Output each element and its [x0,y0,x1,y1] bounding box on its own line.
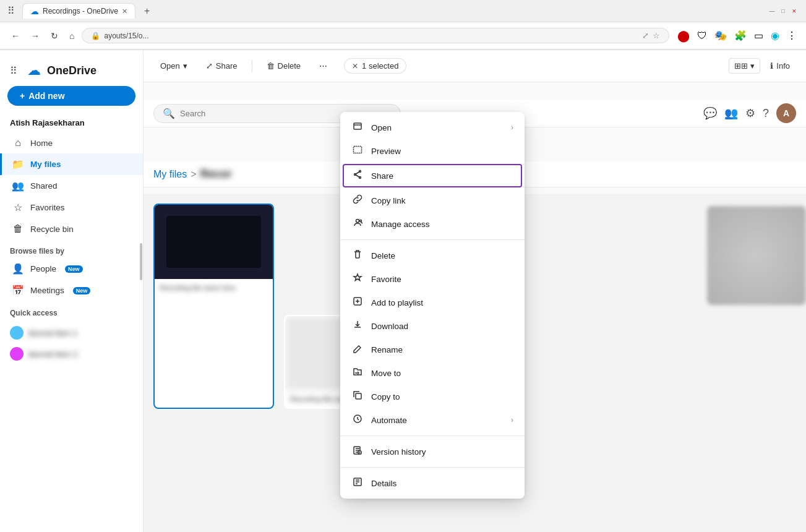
preview-menu-label: Preview [371,147,401,156]
manage-access-menu-label: Manage access [371,220,430,229]
browser-chrome: ⠿ ☁ Recordings - OneDrive ✕ + — □ ✕ ← → … [0,0,806,50]
new-tab-button[interactable]: + [140,4,153,18]
preview-icon [351,145,364,157]
title-bar-left: ⠿ ☁ Recordings - OneDrive ✕ + [7,3,153,19]
context-menu-item-version-history[interactable]: Version history [340,440,525,463]
lock-icon: 🔒 [91,32,100,40]
move-to-menu-label: Move to [371,369,401,378]
automate-menu-label: Automate [371,416,407,425]
window-maximize-button[interactable]: □ [779,7,787,15]
move-to-icon [351,367,364,379]
version-history-icon [351,445,364,458]
context-menu-item-share[interactable]: Share [343,164,522,187]
opera-icon[interactable]: ⬤ [675,27,692,45]
context-menu-item-automate[interactable]: Automate › [340,408,525,432]
version-history-menu-label: Version history [371,447,426,457]
context-menu-item-delete[interactable]: Delete [340,244,525,267]
automate-arrow-icon: › [511,416,513,424]
favorite-menu-label: Favorite [371,275,401,284]
puzzle-icon[interactable]: 🧩 [732,28,748,43]
nav-back-button[interactable]: ← [7,28,24,43]
tab-close-button[interactable]: ✕ [122,7,127,15]
download-icon [351,320,364,332]
context-menu-divider-3 [340,467,525,468]
favorite-icon [351,273,364,285]
delete-menu-label: Delete [371,251,395,260]
manage-access-icon [351,218,364,230]
context-menu-item-copy-to[interactable]: Copy to [340,385,525,408]
svg-rect-1 [354,147,362,153]
window-controls: — □ ✕ [768,7,799,15]
copy-to-menu-label: Copy to [371,392,400,401]
details-icon [351,477,364,489]
open-arrow-icon: › [511,123,513,132]
share-menu-icon [351,169,364,182]
title-bar: ⠿ ☁ Recordings - OneDrive ✕ + — □ ✕ [0,0,806,22]
window-close-button[interactable]: ✕ [790,7,799,15]
context-menu-item-download[interactable]: Download [340,314,525,338]
context-menu: Open › Preview Share [340,112,525,499]
svg-line-6 [355,174,360,178]
browser-icons: ⬤ 🛡 🎭 🧩 ▭ ◉ ⋮ [675,27,799,45]
star-icon: ☆ [653,31,660,40]
context-menu-item-details[interactable]: Details [340,471,525,495]
download-menu-label: Download [371,322,408,331]
svg-line-5 [355,171,360,174]
delete-menu-icon [351,249,364,262]
sidebar-icon[interactable]: ▭ [752,28,765,43]
address-bar[interactable]: 🔒 ayouts/15/o... ⤢ ☆ [82,28,669,43]
details-menu-label: Details [371,479,397,488]
browser-tab[interactable]: ☁ Recordings - OneDrive ✕ [22,3,135,19]
open-menu-label: Open [371,123,392,132]
more-options-button[interactable]: ⋮ [785,28,799,43]
tab-title: Recordings - OneDrive [43,7,118,15]
open-icon [351,121,364,134]
context-menu-divider-2 [340,435,525,436]
context-menu-item-manage-access[interactable]: Manage access [340,212,525,236]
svg-rect-0 [354,123,361,129]
context-menu-item-add-to-playlist[interactable]: Add to playlist [340,291,525,314]
address-text: ayouts/15/o... [104,32,638,40]
window-minimize-button[interactable]: — [768,7,776,15]
swiftype-icon[interactable]: ◉ [769,28,781,43]
nav-refresh-button[interactable]: ↻ [47,28,62,43]
context-menu-item-move-to[interactable]: Move to [340,361,525,385]
context-menu-item-rename[interactable]: Rename [340,338,525,361]
copy-link-icon [351,194,364,207]
extension-icon-2[interactable]: 🎭 [713,28,729,43]
extension-icon-1[interactable]: 🛡 [695,28,709,43]
copy-link-menu-label: Copy link [371,196,406,205]
svg-point-7 [356,220,359,223]
context-menu-item-favorite[interactable]: Favorite [340,267,525,291]
add-to-playlist-menu-label: Add to playlist [371,298,423,307]
context-menu-item-copy-link[interactable]: Copy link [340,189,525,212]
context-menu-item-preview[interactable]: Preview [340,139,525,163]
svg-point-8 [360,220,362,222]
svg-rect-10 [356,393,361,399]
context-menu-divider-1 [340,239,525,240]
app-container: ⠿ ☁ OneDrive + Add new Atish Rajasekhara… [0,50,806,532]
automate-icon [351,414,364,426]
context-menu-item-open[interactable]: Open › [340,116,525,139]
add-to-playlist-icon [351,296,364,309]
rename-menu-label: Rename [371,345,403,354]
share-menu-label: Share [371,171,393,181]
apps-grid-icon: ⠿ [7,5,15,17]
nav-bar: ← → ↻ ⌂ 🔒 ayouts/15/o... ⤢ ☆ ⬤ 🛡 🎭 🧩 ▭ ◉… [0,22,806,49]
rename-icon [351,343,364,356]
nav-forward-button[interactable]: → [27,28,43,43]
tab-favicon: ☁ [30,6,39,16]
copy-to-icon [351,390,364,403]
nav-home-button[interactable]: ⌂ [66,28,78,43]
share-page-icon: ⤢ [642,31,649,40]
